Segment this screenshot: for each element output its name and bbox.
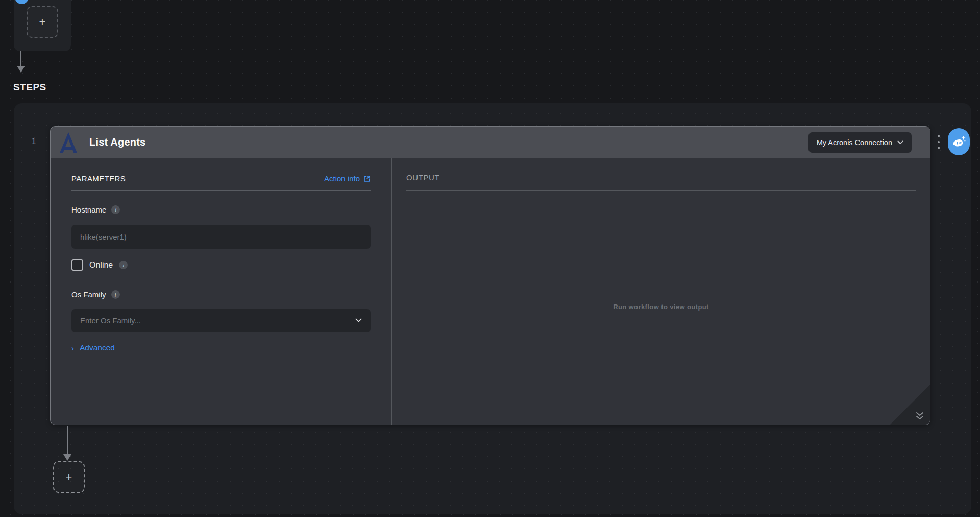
plus-icon: + [66, 471, 72, 484]
kebab-dot [938, 141, 940, 144]
os-family-select[interactable]: Enter Os Family... [71, 309, 371, 332]
parameters-divider [71, 190, 371, 191]
step-panel: List Agents My Acronis Connection PARAME… [50, 126, 930, 425]
chevron-down-icon [355, 318, 362, 323]
connector-line [20, 51, 21, 66]
online-label: Online [89, 261, 113, 270]
action-info-link[interactable]: Action info [324, 174, 371, 183]
hostname-input[interactable] [71, 225, 371, 249]
hostname-label: Hostname [71, 205, 106, 214]
connector-line [67, 426, 68, 454]
trigger-node-card: + [14, 0, 71, 51]
step-header[interactable]: List Agents My Acronis Connection [51, 127, 930, 158]
chevron-right-icon: › [71, 344, 74, 353]
info-icon[interactable]: i [111, 205, 120, 214]
connection-label: My Acronis Connection [817, 138, 892, 147]
step-title: List Agents [89, 136, 145, 148]
ai-assistant-button[interactable] [948, 128, 970, 155]
kebab-dot [938, 135, 940, 137]
double-chevron-down-icon[interactable] [915, 412, 925, 421]
parameters-pane: PARAMETERS Action info Hostname i Online [51, 158, 391, 425]
robot-icon [952, 135, 966, 149]
acronis-logo-icon [59, 132, 78, 153]
add-step-node: + [53, 461, 85, 493]
connection-selector-button[interactable]: My Acronis Connection [808, 132, 912, 153]
advanced-label: Advanced [80, 343, 115, 353]
output-empty-message: Run workflow to view output [392, 303, 930, 311]
steps-heading: STEPS [13, 82, 46, 93]
add-trigger-button[interactable]: + [27, 6, 58, 38]
step-options-menu[interactable] [936, 135, 942, 149]
info-icon[interactable]: i [119, 261, 128, 269]
info-icon[interactable]: i [111, 290, 120, 299]
connector-arrowhead-icon [17, 66, 25, 73]
advanced-toggle[interactable]: › Advanced [71, 343, 115, 353]
parameters-heading: PARAMETERS [71, 174, 126, 183]
step-index: 1 [29, 137, 39, 146]
connector-arrowhead-icon [63, 454, 71, 461]
external-link-icon [363, 175, 371, 182]
chevron-down-icon [897, 140, 903, 145]
output-heading: OUTPUT [406, 173, 439, 182]
add-step-button[interactable]: + [53, 461, 85, 493]
action-info-label: Action info [324, 174, 360, 183]
step-body: PARAMETERS Action info Hostname i Online [51, 158, 930, 425]
os-family-label: Os Family [71, 290, 106, 299]
os-family-placeholder: Enter Os Family... [80, 316, 141, 325]
output-divider [406, 190, 916, 191]
output-pane: OUTPUT Run workflow to view output [392, 158, 930, 425]
plus-icon: + [39, 15, 46, 29]
workflow-canvas: { "canvas": { "steps_heading": "STEPS", … [0, 0, 980, 517]
online-checkbox[interactable] [71, 259, 83, 271]
kebab-dot [938, 147, 940, 149]
